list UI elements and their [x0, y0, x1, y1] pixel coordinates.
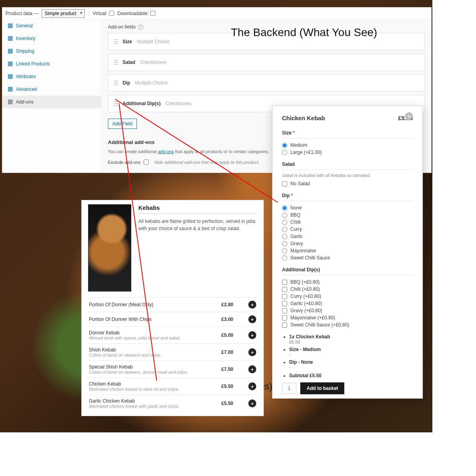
- tab-icon: [8, 87, 13, 92]
- extra-option[interactable]: BBQ (+£0.80): [282, 278, 413, 286]
- size-option[interactable]: Large (+£1.00): [282, 149, 413, 156]
- add-item-icon[interactable]: +: [248, 348, 256, 356]
- tab-linked-products[interactable]: Linked Products: [2, 58, 101, 70]
- add-item-icon[interactable]: +: [248, 301, 256, 309]
- tab-general[interactable]: General: [2, 19, 101, 32]
- product-popup: ✕ Chicken Kebab £5.50 Size * Medium Larg…: [272, 106, 423, 399]
- dip-option[interactable]: Gravy: [282, 240, 413, 247]
- backend-title-overlay: The Backend (What You See): [231, 26, 377, 39]
- drag-icon[interactable]: [114, 39, 118, 44]
- menu-item: Donner KebabMinced lamb with spices, pit…: [88, 326, 257, 344]
- dip-option[interactable]: Garlic: [282, 233, 413, 240]
- product-data-label: Product data —: [6, 11, 38, 16]
- tab-icon: [8, 74, 13, 79]
- menu-item: Portion Of Donner With Chips£3.00+: [88, 312, 257, 326]
- dip-option[interactable]: None: [282, 204, 413, 211]
- extra-option[interactable]: Gravy (+£0.80): [282, 307, 413, 314]
- addon-row[interactable]: DipMultiple Choice: [108, 74, 425, 92]
- tab-icon: [8, 36, 13, 41]
- add-to-basket-button[interactable]: Add to basket: [300, 382, 344, 394]
- product-type-select[interactable]: Simple product: [42, 9, 85, 18]
- drag-icon[interactable]: [114, 60, 118, 65]
- close-icon[interactable]: ✕: [405, 112, 413, 120]
- extra-option[interactable]: Sweet Chilli Sauce (+£0.80): [282, 321, 413, 328]
- salad-note: Salad is included with all Kebabs as sta…: [282, 173, 413, 178]
- dip-option[interactable]: Curry: [282, 226, 413, 233]
- salad-label: Salad: [282, 161, 413, 170]
- tab-attributes[interactable]: Attributes: [2, 70, 101, 83]
- tab-icon: [8, 100, 13, 104]
- exclude-label: Exclude add-ons: [108, 160, 140, 165]
- product-data-header: Product data — Simple product | Virtual:…: [2, 8, 431, 19]
- tab-shipping[interactable]: Shipping: [2, 45, 101, 58]
- menu-item: Shish KebabCubes of lamb on skewers and …: [88, 344, 257, 361]
- add-item-icon[interactable]: +: [248, 331, 256, 339]
- tab-icon: [8, 23, 13, 28]
- add-field-button[interactable]: Add Field: [108, 119, 137, 129]
- downloadable-toggle[interactable]: Downloadable:: [117, 11, 155, 16]
- exclude-checkbox[interactable]: [144, 159, 149, 165]
- popup-title: Chicken Kebab: [282, 115, 325, 121]
- add-item-icon[interactable]: +: [248, 399, 256, 407]
- addons-link[interactable]: add-ons: [158, 149, 174, 154]
- dip-option[interactable]: BBQ: [282, 211, 413, 219]
- drag-icon[interactable]: [114, 81, 118, 85]
- help-icon[interactable]: ?: [138, 25, 143, 30]
- extra-option[interactable]: Mayonnaise (+£0.80): [282, 314, 413, 321]
- dip-option[interactable]: Chilli: [282, 219, 413, 226]
- drag-icon[interactable]: [114, 101, 118, 106]
- tab-add-ons[interactable]: Add-ons: [2, 96, 101, 108]
- category-description: All kebabs are flame grilled to perfecti…: [138, 218, 257, 232]
- tab-icon: [8, 61, 13, 66]
- size-option[interactable]: Medium: [282, 142, 413, 149]
- menu-item: Portion Of Donner (Meat Only)£2.80+: [88, 297, 257, 312]
- add-item-icon[interactable]: +: [248, 382, 256, 390]
- salad-option[interactable]: No Salad: [282, 180, 413, 187]
- size-label: Size: [282, 130, 292, 136]
- subtotal: Subtotal £5.50: [289, 373, 321, 378]
- menu-item: Special Shish KebabCubes of lamb on skew…: [88, 361, 257, 378]
- extra-option[interactable]: Curry (+£0.80): [282, 293, 413, 300]
- category-title: Kebabs: [138, 204, 257, 211]
- category-image: [88, 204, 131, 292]
- add-item-icon[interactable]: +: [248, 315, 256, 323]
- addons-heading: Add-on fields: [108, 24, 136, 30]
- tab-inventory[interactable]: Inventory: [2, 32, 101, 45]
- frontend-menu-panel: Kebabs All kebabs are flame grilled to p…: [81, 200, 264, 416]
- extra-option[interactable]: Chilli (+£0.80): [282, 286, 413, 293]
- extra-option[interactable]: Garlic (+£0.80): [282, 300, 413, 307]
- add-item-icon[interactable]: +: [248, 365, 256, 373]
- dip-label: Dip: [282, 193, 290, 198]
- addon-row[interactable]: SaladCheckboxes: [108, 54, 425, 71]
- order-summary: 1x Chicken Kebab£5.50Size - Medium-Dip -…: [282, 334, 413, 378]
- dip-option[interactable]: Mayonnaise: [282, 247, 413, 254]
- exclude-note: Hide additional add-ons that may apply t…: [154, 160, 259, 165]
- quantity-stepper[interactable]: 1: [282, 383, 296, 394]
- menu-item: Chicken KebabMarinated chicken breast in…: [88, 378, 257, 395]
- tab-icon: [8, 49, 13, 54]
- virtual-toggle[interactable]: Virtual:: [93, 11, 114, 16]
- product-data-tabs: GeneralInventoryShippingLinked ProductsA…: [2, 19, 102, 173]
- menu-item: Garlic Chicken KebabMarinated chicken br…: [88, 395, 257, 412]
- extra-dip-label: Additional Dip(s): [282, 267, 413, 275]
- tab-advanced[interactable]: Advanced: [2, 83, 101, 96]
- dip-option[interactable]: Sweet Chilli Sauce: [282, 254, 413, 261]
